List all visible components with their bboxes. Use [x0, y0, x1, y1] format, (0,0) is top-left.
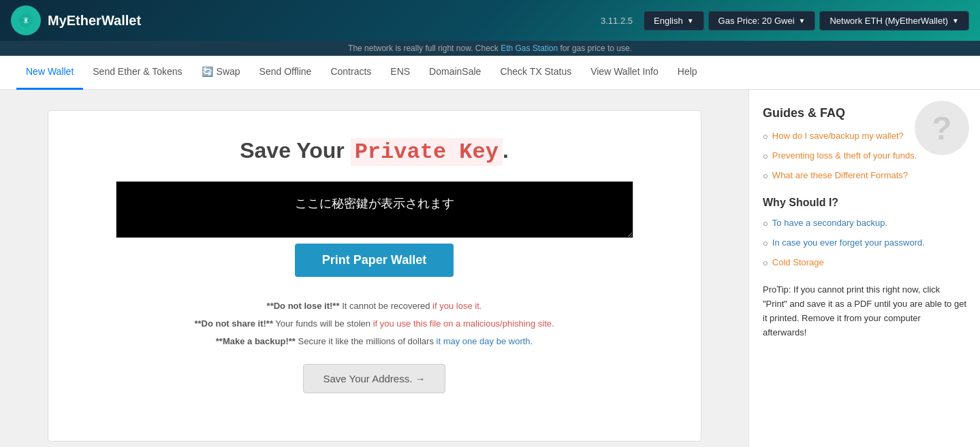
logo-icon [11, 5, 41, 35]
header: MyEtherWallet 3.11.2.5 English ▼ Gas Pri… [0, 0, 980, 41]
why-should-i-title: Why Should I? [763, 197, 966, 209]
page-title: Save Your Private Key. [240, 138, 509, 165]
language-selector[interactable]: English ▼ [644, 11, 704, 31]
nav-view-wallet[interactable]: View Wallet Info [581, 56, 668, 90]
chevron-down-icon: ▼ [799, 17, 806, 24]
version-text: 3.11.2.5 [601, 16, 633, 26]
warning-section: **Do not lose it!** It cannot be recover… [194, 297, 554, 350]
nav-contracts[interactable]: Contracts [321, 56, 381, 90]
chevron-down-icon: ▼ [952, 17, 959, 24]
logo: MyEtherWallet [11, 5, 141, 35]
sidebar: ? Guides & FAQ How do I save/backup my w… [748, 90, 980, 447]
private-key-textarea[interactable]: ここに秘密鍵が表示されます [116, 181, 633, 238]
notification-bar: The network is really full right now. Ch… [0, 41, 980, 56]
why-item-2: In case you ever forget your password. [763, 237, 966, 250]
gas-station-link[interactable]: Eth Gas Station [501, 44, 558, 53]
faq-link-1-anchor[interactable]: How do I save/backup my wallet? [772, 130, 904, 142]
nav-swap-label: Swap [217, 66, 240, 77]
network-label: Network ETH (MyEtherWallet) [829, 16, 948, 26]
nav-new-wallet[interactable]: New Wallet [16, 56, 83, 90]
faq-link-3-anchor[interactable]: What are these Different Formats? [772, 169, 908, 182]
why-items-list: To have a secondary backup. In case you … [763, 217, 966, 270]
notification-suffix: for gas price to use. [558, 44, 632, 53]
gas-price-label: Gas Price: 20 Gwei [718, 16, 795, 26]
warning-2: **Do not share it!** Your funds will be … [194, 315, 554, 333]
nav-check-tx[interactable]: Check TX Status [490, 56, 581, 90]
nav-ens[interactable]: ENS [381, 56, 420, 90]
protip-text: ProTip: If you cannot print this right n… [763, 283, 966, 340]
why-item-1: To have a secondary backup. [763, 217, 966, 230]
faq-question-icon: ? [915, 101, 969, 155]
print-paper-wallet-button[interactable]: Print Paper Wallet [295, 244, 454, 277]
notification-text: The network is really full right now. Ch… [348, 44, 501, 53]
nav-domain-sale[interactable]: DomainSale [420, 56, 490, 90]
warning-3: **Make a backup!** Secure it like the mi… [194, 333, 554, 350]
save-address-button[interactable]: Save Your Address. → [303, 364, 445, 393]
title-suffix: . [503, 138, 509, 163]
nav-send-ether[interactable]: Send Ether & Tokens [83, 56, 191, 90]
faq-link-2-anchor[interactable]: Preventing loss & theft of your funds. [772, 150, 917, 162]
svg-point-0 [25, 19, 27, 22]
warning-1: **Do not lose it!** It cannot be recover… [194, 297, 554, 315]
faq-link-3: What are these Different Formats? [763, 169, 966, 182]
navigation: New Wallet Send Ether & Tokens 🔄 Swap Se… [0, 56, 980, 90]
nav-help[interactable]: Help [668, 56, 707, 90]
title-prefix: Save Your [240, 138, 350, 163]
main-container: Save Your Private Key. ここに秘密鍵が表示されます Pri… [0, 90, 980, 447]
why-item-2-link[interactable]: In case you ever forget your password. [772, 237, 925, 249]
logo-text: MyEtherWallet [48, 13, 141, 29]
why-item-3: Cold Storage [763, 256, 966, 269]
wallet-card: Save Your Private Key. ここに秘密鍵が表示されます Pri… [48, 110, 701, 442]
content-area: Save Your Private Key. ここに秘密鍵が表示されます Pri… [0, 90, 748, 447]
why-item-1-link[interactable]: To have a secondary backup. [772, 217, 887, 229]
network-selector[interactable]: Network ETH (MyEtherWallet) ▼ [819, 11, 969, 31]
why-item-3-link[interactable]: Cold Storage [772, 256, 824, 269]
language-label: English [654, 16, 683, 26]
title-highlight: Private Key [351, 138, 503, 166]
nav-send-offline[interactable]: Send Offline [250, 56, 321, 90]
swap-icon: 🔄 [202, 66, 213, 77]
chevron-down-icon: ▼ [687, 17, 694, 24]
nav-swap[interactable]: 🔄 Swap [192, 56, 250, 90]
gas-price-selector[interactable]: Gas Price: 20 Gwei ▼ [708, 11, 816, 31]
